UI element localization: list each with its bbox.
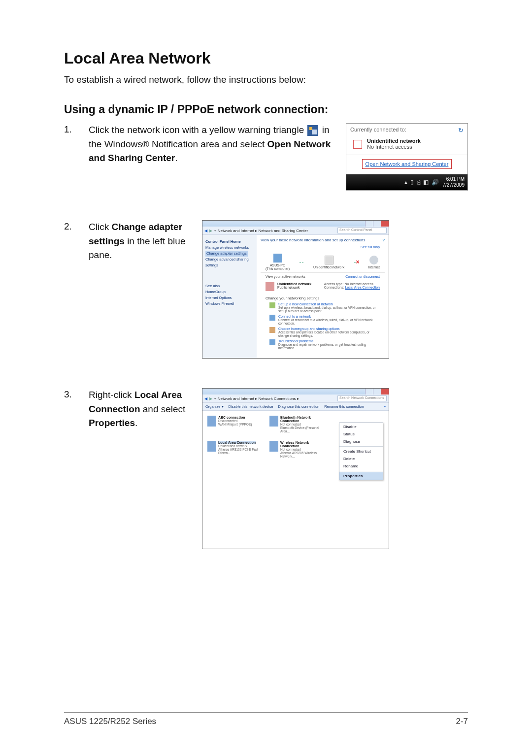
text-frag: . [135, 418, 137, 428]
close-button[interactable] [381, 221, 389, 227]
menu-diagnose[interactable]: Diagnose [339, 438, 383, 445]
maximize-button[interactable] [373, 221, 381, 227]
disable-device-button[interactable]: Disable this network device [229, 404, 273, 409]
connect-disconnect-link[interactable]: Connect or disconnect [345, 275, 380, 278]
manage-wireless-link[interactable]: Manage wireless networks [205, 245, 254, 251]
menu-disable[interactable]: Disable [339, 423, 383, 430]
open-network-sharing-center-link[interactable]: Open Network and Sharing Center [362, 159, 452, 169]
menu-rename[interactable]: Rename [339, 462, 383, 470]
internet-icon [369, 256, 378, 264]
back-icon[interactable]: ◀ [204, 396, 207, 401]
pc-icon [273, 254, 282, 263]
diagnose-button[interactable]: Diagnose this connection [278, 404, 319, 409]
connection-item[interactable]: ABC connectionDisconnectedWAN Miniport (… [207, 416, 262, 433]
address-bar[interactable]: ◀ ▶ « Network and Internet ▸ Network Con… [202, 394, 389, 403]
step-2: 2. Click Change adapter settings in the … [64, 220, 468, 359]
see-also-label: See also [205, 283, 254, 289]
clock-date: 7/27/2009 [443, 182, 465, 188]
left-pane: Control Panel Home Manage wireless netwo… [202, 235, 257, 358]
context-menu: Disable Status Diagnose Create Shortcut … [339, 423, 383, 480]
toolbar: Organize ▾ Disable this network device D… [202, 403, 389, 411]
text-frag: Right-click [89, 390, 134, 400]
change-settings-label: Change your networking settings [261, 293, 385, 301]
menu-create-shortcut[interactable]: Create Shortcut [339, 448, 383, 455]
setup-connection-option[interactable]: Set up a new connection or networkSet up… [261, 301, 385, 314]
network-entry[interactable]: Unidentified network No Internet access [346, 136, 467, 155]
internet-options-link[interactable]: Internet Options [205, 295, 254, 301]
change-adapter-settings-link[interactable]: Change adapter settings [205, 251, 248, 257]
homegroup-link[interactable]: HomeGroup [205, 289, 254, 295]
back-icon[interactable]: ◀ [204, 229, 207, 233]
footer-model: ASUS 1225/R252 Series [64, 717, 156, 726]
step-number: 3. [64, 388, 89, 400]
step-number: 2. [64, 220, 89, 232]
connection-link[interactable]: Local Area Connection [345, 286, 380, 289]
connection-status: Not connected [280, 423, 324, 426]
breadcrumb[interactable]: « Network and Internet ▸ Network and Sha… [214, 229, 308, 233]
organize-button[interactable]: Organize ▾ [205, 404, 224, 409]
network-warning-icon [307, 125, 318, 136]
network-entry-icon [266, 282, 274, 291]
toolbar-more[interactable]: » [384, 404, 386, 409]
volume-icon[interactable]: 🔊 [432, 179, 439, 186]
connection-name: Local Area Connection [218, 441, 256, 444]
connect-network-option[interactable]: Connect to a networkConnect or reconnect… [261, 314, 385, 326]
network-status-icon [351, 138, 364, 151]
change-advanced-sharing-link[interactable]: Change advanced sharing settings [205, 257, 254, 268]
control-panel-home-link[interactable]: Control Panel Home [205, 239, 254, 245]
windows-firewall-link[interactable]: Windows Firewall [205, 301, 254, 307]
refresh-icon[interactable]: ↻ [458, 127, 464, 134]
text-frag: Click the network icon with a yellow war… [89, 125, 306, 135]
connection-item-selected[interactable]: Local Area ConnectionUnidentified networ… [207, 441, 262, 458]
pc-label: ASUS-PC [266, 263, 290, 267]
pc-sub: (This computer) [266, 267, 290, 270]
forward-icon[interactable]: ▶ [209, 229, 212, 233]
intro-text: To establish a wired network, follow the… [64, 74, 468, 85]
close-button[interactable] [381, 389, 389, 394]
active-network-entry[interactable]: Unidentified network Public network Acce… [261, 280, 385, 293]
connection-name: Bluetooth Network Connection [280, 416, 311, 423]
see-full-map-link[interactable]: See full map [261, 245, 385, 251]
connection-icon [269, 416, 278, 427]
connection-device: Atheros AR9285 Wireless Network... [280, 451, 324, 458]
minimize-button[interactable] [365, 389, 373, 394]
search-input[interactable]: Search Network Connections [337, 395, 387, 401]
active-networks-label: View your active networks [266, 275, 305, 278]
connection-name: Wireless Network Connection [280, 441, 309, 448]
rename-button[interactable]: Rename this connection [324, 404, 364, 409]
action-center-icon[interactable]: ⎘ [417, 179, 420, 186]
page-title: Local Area Network [64, 49, 468, 67]
forward-icon[interactable]: ▶ [209, 396, 212, 401]
search-input[interactable]: Search Control Panel [337, 228, 387, 233]
network-entry-type: Public network [277, 286, 311, 289]
breadcrumb[interactable]: « Network and Internet ▸ Network Connect… [214, 396, 299, 401]
system-tray[interactable]: ▴ ▯ ⎘ ◧ 🔊 [404, 179, 439, 186]
connections-label: Connections: [324, 286, 344, 289]
network-sub: No Internet access [367, 144, 421, 150]
network-tray-icon[interactable]: ◧ [423, 179, 429, 186]
troubleshoot-option[interactable]: Troubleshoot problemsDiagnose and repair… [261, 338, 385, 351]
window-titlebar [202, 389, 389, 394]
flag-icon[interactable]: ▯ [410, 179, 414, 186]
access-type-label: Access type: [324, 282, 344, 286]
network-name: Unidentified network [367, 138, 421, 144]
connected-to-label: Currently connected to: [350, 127, 406, 134]
connection-icon [269, 441, 278, 452]
text-frag: . [175, 153, 177, 163]
main-heading: View your basic network information and … [261, 238, 365, 242]
network-map: ASUS-PC(This computer) Unidentified netw… [261, 251, 385, 272]
maximize-button[interactable] [373, 389, 381, 394]
menu-status[interactable]: Status [339, 430, 383, 438]
minimize-button[interactable] [365, 221, 373, 227]
connection-item[interactable]: Bluetooth Network ConnectionNot connecte… [269, 416, 324, 433]
menu-delete[interactable]: Delete [339, 455, 383, 462]
address-bar[interactable]: ◀ ▶ « Network and Internet ▸ Network and… [202, 227, 389, 235]
connection-device: Bluetooth Device (Personal Area... [280, 426, 324, 433]
connection-item[interactable]: Wireless Network ConnectionNot connected… [269, 441, 324, 458]
homegroup-option[interactable]: Choose homegroup and sharing optionsAcce… [261, 326, 385, 338]
tray-up-icon[interactable]: ▴ [404, 179, 407, 186]
unidentified-icon [325, 256, 333, 264]
help-icon[interactable]: ? [383, 238, 385, 242]
menu-properties[interactable]: Properties [339, 472, 383, 480]
taskbar-clock[interactable]: 6:01 PM 7/27/2009 [443, 176, 465, 188]
